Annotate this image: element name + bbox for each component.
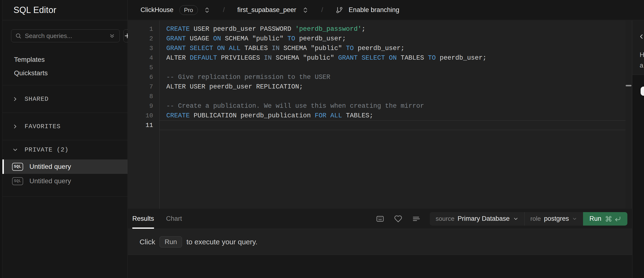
search-box[interactable] bbox=[11, 29, 120, 42]
sidebar: SQL Editor Templ bbox=[2, 0, 128, 278]
code-token: peerdb_user; bbox=[295, 35, 346, 42]
editor-scrollbar-thumb[interactable] bbox=[626, 85, 632, 86]
git-branch-icon bbox=[336, 6, 343, 14]
editor-scrollbar-track bbox=[626, 20, 632, 209]
section-header-favorites[interactable]: FAVORITES bbox=[2, 113, 128, 140]
code-line[interactable] bbox=[160, 63, 626, 72]
code-token: GRANT bbox=[166, 45, 186, 52]
chevron-down-icon bbox=[12, 147, 18, 153]
results-empty-message: Click Run to execute your query. bbox=[128, 229, 632, 255]
code-line[interactable]: GRANT USAGE ON SCHEMA "public" TO peerdb… bbox=[160, 34, 626, 43]
sql-editor-app: SQL Editor Templ bbox=[0, 0, 644, 278]
line-number: 8 bbox=[128, 92, 159, 101]
line-number: 7 bbox=[128, 82, 159, 92]
code-token: TABLES; bbox=[342, 112, 373, 119]
tab-chart[interactable]: Chart bbox=[166, 209, 182, 229]
code-editor[interactable]: 1234567891011 CREATE USER peerdb_user PA… bbox=[128, 20, 626, 209]
code-area[interactable]: CREATE USER peerdb_user PASSWORD 'peerdb… bbox=[159, 20, 626, 209]
code-token bbox=[385, 54, 389, 62]
source-value: Primary Database bbox=[458, 215, 510, 222]
source-label: source bbox=[436, 215, 454, 222]
sidebar-link-quickstarts[interactable]: Quickstarts bbox=[2, 66, 128, 80]
enable-branching-button[interactable]: Enable branching bbox=[349, 6, 399, 14]
line-number: 3 bbox=[128, 43, 159, 53]
run-button-label: Run bbox=[589, 215, 601, 222]
sidebar-link-templates[interactable]: Templates bbox=[2, 53, 128, 66]
line-number: 4 bbox=[128, 53, 159, 63]
code-token: SCHEMA "public" bbox=[221, 35, 287, 42]
tab-results[interactable]: Results bbox=[132, 209, 154, 229]
run-keycap: Run bbox=[160, 236, 182, 248]
code-line[interactable]: CREATE PUBLICATION peerdb_publication FO… bbox=[160, 111, 626, 121]
query-log-icon[interactable] bbox=[412, 215, 420, 223]
sidebar-links: TemplatesQuickstarts bbox=[2, 53, 128, 80]
code-token bbox=[213, 45, 217, 52]
code-line[interactable]: GRANT SELECT ON ALL TABLES IN SCHEMA "pu… bbox=[160, 43, 626, 53]
run-button[interactable]: Run bbox=[583, 212, 627, 226]
chevrons-down-icon[interactable] bbox=[109, 33, 115, 39]
code-token: TABLES bbox=[240, 45, 272, 52]
code-token: DEFAULT bbox=[190, 54, 217, 62]
code-line[interactable]: ALTER DEFAULT PRIVILEGES IN SCHEMA "publ… bbox=[160, 53, 626, 63]
chevron-right-icon bbox=[12, 123, 18, 130]
line-number: 2 bbox=[128, 34, 159, 43]
line-number: 1 bbox=[128, 24, 159, 34]
code-token: IN bbox=[264, 54, 272, 62]
code-token: USAGE bbox=[186, 35, 213, 42]
code-line[interactable]: CREATE USER peerdb_user PASSWORD 'peerdb… bbox=[160, 24, 626, 34]
query-list-item[interactable]: SQLUntitled query bbox=[2, 174, 128, 188]
search-input[interactable] bbox=[25, 32, 106, 40]
results-tabs: ResultsChart bbox=[132, 209, 182, 229]
code-token: SCHEMA "public" bbox=[272, 54, 338, 62]
code-token: CREATE bbox=[166, 25, 190, 33]
line-number: 5 bbox=[128, 63, 159, 72]
results-toolbar: ResultsChart bbox=[128, 209, 632, 229]
plan-badge: Pro bbox=[179, 5, 198, 15]
section-header-private[interactable]: PRIVATE (2) bbox=[2, 140, 128, 159]
truncated-text: H bbox=[640, 51, 644, 59]
right-panel-top: H a bbox=[632, 20, 644, 75]
code-token bbox=[326, 112, 330, 119]
code-token bbox=[225, 45, 229, 52]
role-select[interactable]: role postgres bbox=[524, 212, 583, 226]
line-number: 6 bbox=[128, 72, 159, 82]
code-token: peerdb_user; bbox=[436, 54, 486, 62]
query-name: Untitled query bbox=[30, 177, 71, 185]
query-list-item[interactable]: SQLUntitled query bbox=[2, 159, 128, 174]
search-row bbox=[2, 20, 128, 42]
results-footer-area bbox=[128, 255, 632, 278]
chevron-down-icon bbox=[513, 216, 519, 222]
message-prefix: Click bbox=[140, 238, 155, 246]
truncated-text: a bbox=[640, 62, 643, 69]
code-token: IN bbox=[272, 45, 279, 52]
code-line[interactable]: ALTER USER peerdb_user REPLICATION; bbox=[160, 82, 626, 92]
code-token: ALTER bbox=[166, 54, 190, 62]
source-select[interactable]: source Primary Database bbox=[430, 212, 524, 226]
sidebar-section: SHARED bbox=[2, 85, 128, 113]
chevron-up-down-icon[interactable] bbox=[204, 7, 210, 13]
service-name[interactable]: ClickHouse bbox=[140, 6, 174, 14]
favorite-heart-icon[interactable] bbox=[394, 215, 402, 223]
code-line[interactable]: -- Give replication permission to the US… bbox=[160, 72, 626, 82]
code-line[interactable] bbox=[160, 121, 626, 130]
line-number: 11 bbox=[128, 121, 159, 130]
keyboard-shortcuts-icon[interactable] bbox=[376, 215, 384, 223]
code-token: PUBLICATION peerdb_publication bbox=[190, 112, 314, 119]
chevron-left-icon[interactable] bbox=[638, 33, 644, 40]
code-token: SELECT bbox=[362, 54, 385, 62]
code-token: SELECT bbox=[190, 45, 213, 52]
sidebar-section: PRIVATE (2)SQLUntitled querySQLUntitled … bbox=[2, 140, 128, 196]
code-token: ALL bbox=[229, 45, 240, 52]
chevron-up-down-icon[interactable] bbox=[302, 7, 309, 13]
truncated-button[interactable] bbox=[641, 87, 644, 96]
page-title: SQL Editor bbox=[14, 5, 56, 15]
code-token: ON bbox=[213, 35, 221, 42]
code-line[interactable]: -- Create a publication. We will use thi… bbox=[160, 101, 626, 111]
section-header-shared[interactable]: SHARED bbox=[2, 85, 128, 113]
search-icon bbox=[15, 33, 22, 39]
connection-name[interactable]: first_supabase_peer bbox=[237, 6, 296, 14]
code-token: peerdb_user; bbox=[354, 45, 405, 52]
code-line[interactable] bbox=[160, 92, 626, 101]
right-panel-bottom bbox=[632, 75, 644, 278]
code-token: 'peerdb_password' bbox=[295, 25, 362, 33]
